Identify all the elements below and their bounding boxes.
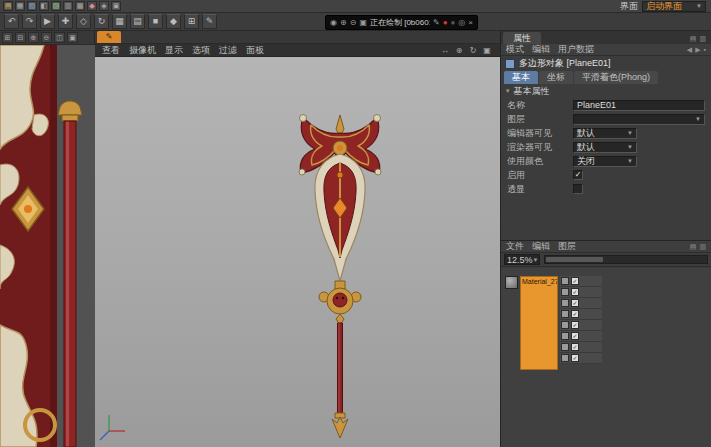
- viewport-control-icon[interactable]: ⊕: [453, 45, 465, 56]
- quick-icon[interactable]: ▥: [63, 1, 73, 11]
- materials-menu-item[interactable]: 图层: [558, 240, 576, 253]
- layer-row[interactable]: ✓: [560, 276, 602, 287]
- layer-visibility-checkbox[interactable]: ✓: [571, 277, 579, 285]
- active-paint-tool-tab[interactable]: ✎: [97, 31, 121, 43]
- paintbar-icon[interactable]: ▣: [359, 16, 367, 29]
- viewport-menu-item[interactable]: 选项: [192, 44, 210, 57]
- layout-dropdown[interactable]: 启动界面 ▼: [642, 1, 706, 12]
- name-input[interactable]: PlaneE01: [573, 100, 705, 111]
- toolbar-icon[interactable]: ▶: [40, 14, 55, 29]
- render-visibility-dropdown[interactable]: 默认 ▼: [573, 142, 637, 153]
- toolbar-icon[interactable]: ↶: [4, 14, 19, 29]
- editor-visibility-dropdown[interactable]: 默认 ▼: [573, 128, 637, 139]
- xray-checkbox[interactable]: [573, 184, 583, 194]
- pencil-icon[interactable]: ✎: [433, 16, 440, 29]
- material-name[interactable]: Material_27: [520, 276, 558, 370]
- quick-icon[interactable]: ◈: [99, 1, 109, 11]
- attributes-menu-item[interactable]: 模式: [506, 43, 524, 56]
- quick-icon[interactable]: ▨: [51, 1, 61, 11]
- attributes-menu-item[interactable]: 用户数据: [558, 43, 594, 56]
- toolbar-icon[interactable]: ■: [148, 14, 163, 29]
- panel-menu-icon[interactable]: ▥: [699, 243, 706, 251]
- layer-visibility-checkbox[interactable]: ✓: [571, 288, 579, 296]
- layer-row[interactable]: ✓: [560, 353, 602, 364]
- layer-zoom-row: 12.5% ▼: [501, 253, 711, 267]
- tab-phong[interactable]: 平滑着色(Phong): [574, 71, 658, 84]
- toolbar-icon[interactable]: ↷: [22, 14, 37, 29]
- paintbar-icon[interactable]: ⊕: [340, 16, 347, 29]
- tab-basic[interactable]: 基本: [504, 71, 538, 84]
- texture-tool-icon[interactable]: ⊞: [2, 32, 13, 43]
- layer-visibility-checkbox[interactable]: ✓: [571, 354, 579, 362]
- toolbar-icon[interactable]: ✎: [202, 14, 217, 29]
- layer-visibility-checkbox[interactable]: ✓: [571, 310, 579, 318]
- layer-dropdown[interactable]: ▼: [573, 114, 705, 125]
- layer-row[interactable]: ✓: [560, 309, 602, 320]
- attributes-menu-item[interactable]: 编辑: [532, 43, 550, 56]
- materials-menu-item[interactable]: 文件: [506, 240, 524, 253]
- layer-visibility-checkbox[interactable]: ✓: [571, 343, 579, 351]
- panel-menu-icon[interactable]: ▤: [690, 243, 697, 251]
- history-nav-icon[interactable]: ▪: [704, 46, 706, 54]
- layer-row[interactable]: ✓: [560, 320, 602, 331]
- panel-menu-icon[interactable]: ▤: [690, 35, 697, 43]
- texture-tool-icon[interactable]: ⊕: [28, 32, 39, 43]
- toolbar-icon[interactable]: ✚: [58, 14, 73, 29]
- layer-visibility-checkbox[interactable]: ✓: [571, 332, 579, 340]
- layer-thumbnail: [561, 288, 569, 296]
- texture-canvas[interactable]: [0, 45, 95, 447]
- layer-visibility-checkbox[interactable]: ✓: [571, 299, 579, 307]
- scrollbar-thumb[interactable]: [546, 257, 603, 262]
- toolbar-icon[interactable]: ◆: [166, 14, 181, 29]
- texture-tool-icon[interactable]: ⊟: [15, 32, 26, 43]
- quick-icon[interactable]: ▧: [27, 1, 37, 11]
- horizontal-scrollbar[interactable]: [544, 255, 708, 264]
- basic-properties-section[interactable]: ▾ 基本属性: [501, 84, 711, 98]
- viewport-control-icon[interactable]: ▣: [481, 45, 493, 56]
- material-thumbnail[interactable]: [505, 276, 518, 289]
- toolbar-icon[interactable]: ↻: [94, 14, 109, 29]
- quick-icon[interactable]: ◆: [87, 1, 97, 11]
- panel-menu-icon[interactable]: ▥: [699, 35, 706, 43]
- quick-icon[interactable]: ▤: [3, 1, 13, 11]
- quick-icon[interactable]: ◧: [39, 1, 49, 11]
- close-icon[interactable]: ×: [468, 16, 473, 29]
- toolbar-icon[interactable]: ◇: [76, 14, 91, 29]
- layer-row[interactable]: ✓: [560, 342, 602, 353]
- layer-row[interactable]: ✓: [560, 331, 602, 342]
- texture-tool-icon[interactable]: ⊖: [41, 32, 52, 43]
- quick-icon[interactable]: ▩: [75, 1, 85, 11]
- toolbar-icon[interactable]: ⊞: [184, 14, 199, 29]
- viewport-control-icon[interactable]: ↔: [439, 45, 451, 56]
- layer-row[interactable]: ✓: [560, 287, 602, 298]
- paintbar-icon[interactable]: ⊖: [350, 16, 357, 29]
- texture-tool-icon[interactable]: ◫: [54, 32, 65, 43]
- toolbar-icon[interactable]: ▤: [130, 14, 145, 29]
- zoom-select[interactable]: 12.5% ▼: [504, 254, 540, 265]
- layer-row[interactable]: ✓: [560, 298, 602, 309]
- use-color-dropdown[interactable]: 关闭 ▼: [573, 156, 637, 167]
- history-nav-icon[interactable]: ▶: [695, 46, 700, 54]
- viewport-menu-item[interactable]: 过滤: [219, 44, 237, 57]
- viewport-panel: ✎ 查看摄像机显示选项过滤面板 ↔⊕↻▣: [95, 31, 500, 447]
- viewport-menu-item[interactable]: 查看: [102, 44, 120, 57]
- tab-coordinates[interactable]: 坐标: [539, 71, 573, 84]
- quick-icon[interactable]: ▦: [15, 1, 25, 11]
- stop-icon[interactable]: ●: [451, 16, 456, 29]
- viewport-control-icon[interactable]: ↻: [467, 45, 479, 56]
- viewport-canvas[interactable]: [95, 57, 500, 447]
- object-title: 多边形对象 [PlaneE01]: [519, 57, 611, 70]
- enabled-checkbox[interactable]: ✓: [573, 170, 583, 180]
- viewport-menu-item[interactable]: 摄像机: [129, 44, 156, 57]
- record-icon[interactable]: ●: [443, 16, 448, 29]
- history-nav-icon[interactable]: ◀: [687, 46, 692, 54]
- quick-icon[interactable]: ▣: [111, 1, 121, 11]
- viewport-menu-item[interactable]: 显示: [165, 44, 183, 57]
- toolbar-icon[interactable]: ▦: [112, 14, 127, 29]
- camera-icon[interactable]: ◎: [458, 16, 465, 29]
- materials-menu-item[interactable]: 编辑: [532, 240, 550, 253]
- viewport-menu-item[interactable]: 面板: [246, 44, 264, 57]
- layer-visibility-checkbox[interactable]: ✓: [571, 321, 579, 329]
- texture-tool-icon[interactable]: ▣: [67, 32, 78, 43]
- paintbar-icon[interactable]: ◉: [330, 16, 337, 29]
